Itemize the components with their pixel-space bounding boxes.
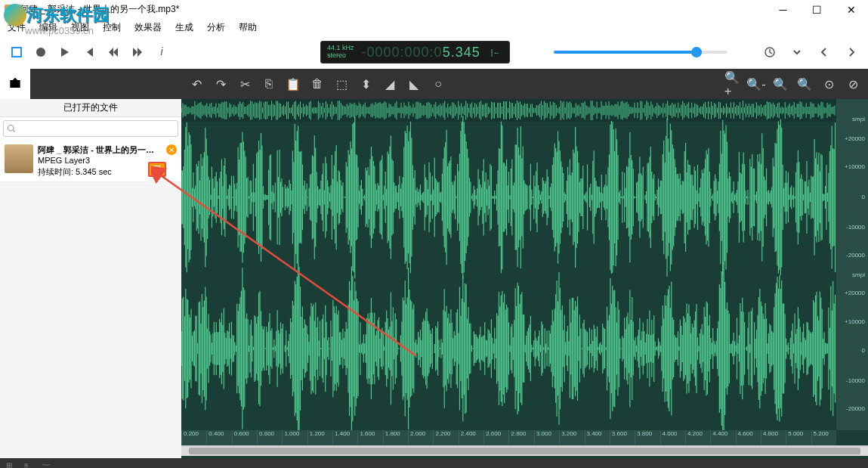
zoom-in-button[interactable]: 🔍+ <box>724 76 740 91</box>
menu-view[interactable]: 视图 <box>71 21 89 34</box>
play-button[interactable] <box>56 43 74 61</box>
menu-edit[interactable]: 编辑 <box>39 21 57 34</box>
amplitude-ruler: smpl +20000 +10000 0 -10000 -20000 smpl … <box>836 99 868 430</box>
zoom-out-button[interactable]: 🔍- <box>749 76 764 91</box>
nav-forward-button[interactable] <box>842 43 860 61</box>
status-list-icon[interactable]: ≡ <box>24 461 35 468</box>
paste-button[interactable]: 📋 <box>286 76 301 91</box>
waveform-editor: ↶ ↷ ✂ ⎘ 📋 🗑 ⬚ ⬍ ◢ ◣ ○ 🔍+ 🔍- 🔍 🔍 ⊙ ⊘ <box>181 69 868 458</box>
svg-text:i: i <box>160 46 163 57</box>
menubar: 文件 编辑 视图 控制 效果器 生成 分析 帮助 <box>0 19 868 36</box>
time-marker-icon[interactable]: |← <box>488 48 504 57</box>
close-button[interactable]: ✕ <box>834 0 868 19</box>
svg-rect-7 <box>181 99 836 430</box>
zoom-fit-button[interactable]: 🔍 <box>773 76 788 91</box>
file-close-button[interactable]: ✕ <box>166 144 177 155</box>
waveform-canvas[interactable] <box>181 99 836 430</box>
editor-toolbar: ↶ ↷ ✂ ⎘ 📋 🗑 ⬚ ⬍ ◢ ◣ ○ 🔍+ 🔍- 🔍 🔍 ⊙ ⊘ <box>181 69 868 99</box>
sidebar-tab-files[interactable] <box>0 69 30 99</box>
stop-button[interactable] <box>8 43 26 61</box>
menu-control[interactable]: 控制 <box>103 21 121 34</box>
copy-button[interactable]: ⎘ <box>261 76 276 91</box>
fade-in-button[interactable]: ◢ <box>382 76 397 91</box>
titlebar: 阿肆 _ 郭采洁 - 世界上的另一个我.mp3* ─ ☐ ✕ <box>0 0 868 19</box>
status-grid-icon[interactable]: ⊞ <box>6 461 17 468</box>
rewind-button[interactable] <box>104 43 122 61</box>
undo-button[interactable]: ↶ <box>189 76 204 91</box>
file-thumbnail <box>5 144 33 173</box>
record-button[interactable] <box>32 43 50 61</box>
minimize-button[interactable]: ─ <box>766 0 800 19</box>
timeline-ruler[interactable]: 0.2000.4000.600 0.8001.0001.200 1.4001.6… <box>181 430 836 445</box>
menu-file[interactable]: 文件 <box>8 21 26 34</box>
fade-out-button[interactable]: ◣ <box>406 76 422 91</box>
delete-button[interactable]: 🗑 <box>310 76 325 91</box>
menu-generate[interactable]: 生成 <box>175 21 193 34</box>
cut-button[interactable]: ✂ <box>237 76 252 91</box>
menu-effects[interactable]: 效果器 <box>134 21 162 34</box>
marker-button[interactable]: ⬍ <box>358 76 373 91</box>
chevron-down-icon[interactable] <box>788 43 806 61</box>
app-icon <box>5 5 15 15</box>
svg-point-1 <box>36 48 45 57</box>
channels-label: stereo <box>327 52 354 60</box>
window-title: 阿肆 _ 郭采洁 - 世界上的另一个我.mp3* <box>20 3 179 16</box>
tool-pick-button[interactable]: ⊙ <box>821 76 836 91</box>
redo-button[interactable]: ↷ <box>213 76 228 91</box>
info-button[interactable]: i <box>153 43 171 61</box>
search-input[interactable] <box>3 120 178 137</box>
skip-back-button[interactable] <box>80 43 98 61</box>
horizontal-scrollbar[interactable] <box>181 445 868 456</box>
file-action-button[interactable] <box>148 162 166 177</box>
time-current: 5.345 <box>443 45 480 60</box>
zoom-selection-button[interactable]: 🔍 <box>797 76 812 91</box>
tool-draw-button[interactable]: ⊘ <box>845 76 860 91</box>
status-wave-icon[interactable]: 〰 <box>42 461 53 468</box>
file-list-item[interactable]: 阿肆 _ 郭采洁 - 世界上的另一… MPEG Layer3 持续时间: 5.3… <box>0 140 181 182</box>
time-display-panel: 44.1 kHz stereo -0000:000:05.345 |← <box>320 41 510 64</box>
time-prefix: -0000:000:0 <box>362 45 443 60</box>
sidebar: 已打开的文件 阿肆 _ 郭采洁 - 世界上的另一… MPEG Layer3 持续… <box>0 69 181 458</box>
sidebar-title: 已打开的文件 <box>0 99 181 117</box>
normalize-button[interactable]: ○ <box>431 76 446 91</box>
file-name-label: 阿肆 _ 郭采洁 - 世界上的另一… <box>38 144 177 155</box>
maximize-button[interactable]: ☐ <box>800 0 834 19</box>
crop-button[interactable]: ⬚ <box>334 76 349 91</box>
volume-slider[interactable] <box>554 51 727 54</box>
forward-button[interactable] <box>128 43 147 61</box>
main-toolbar: i 44.1 kHz stereo -0000:000:05.345 |← <box>0 36 868 69</box>
svg-rect-0 <box>12 48 21 57</box>
nav-back-button[interactable] <box>815 43 833 61</box>
menu-help[interactable]: 帮助 <box>239 21 257 34</box>
history-button[interactable] <box>761 43 779 61</box>
statusbar: ⊞ ≡ 〰 <box>0 458 868 468</box>
menu-analyze[interactable]: 分析 <box>207 21 225 34</box>
